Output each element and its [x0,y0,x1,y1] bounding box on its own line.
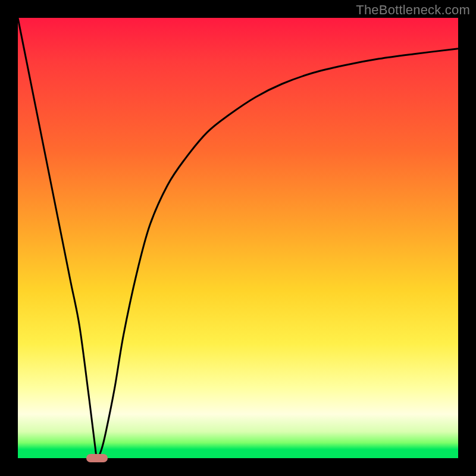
minimum-marker [86,454,108,462]
plot-area [18,18,458,458]
bottleneck-curve [18,18,458,458]
watermark-text: TheBottleneck.com [356,2,470,18]
curve-path [18,18,458,458]
